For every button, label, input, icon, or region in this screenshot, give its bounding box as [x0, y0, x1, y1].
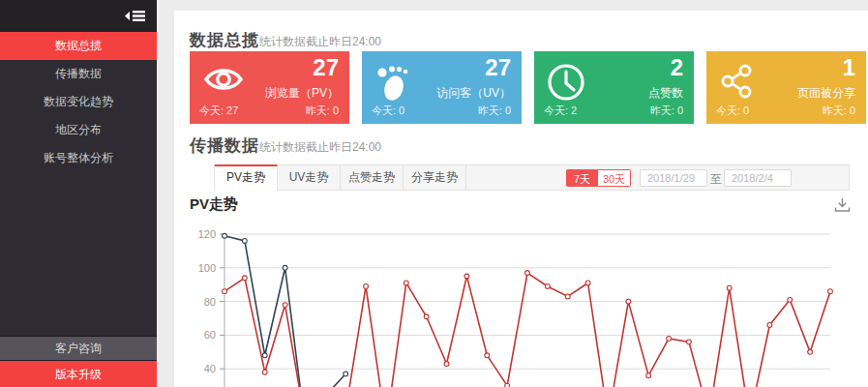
uv-today: 今天: 0: [372, 104, 404, 118]
uv-value: 27: [485, 54, 511, 81]
spread-title: 传播数据: [190, 134, 259, 157]
sidebar-item-region-distribution[interactable]: 地区分布: [0, 116, 157, 144]
spread-subtitle: 统计数据截止昨日24:00: [259, 139, 381, 156]
range-7d-button[interactable]: 7天: [566, 169, 598, 187]
date-to-input[interactable]: [724, 169, 792, 187]
svg-text:80: 80: [204, 296, 216, 308]
sidebar-header: [0, 0, 157, 32]
uv-yesterday: 昨天: 0: [478, 104, 511, 118]
sidebar-item-data-overview[interactable]: 数据总揽: [0, 32, 157, 60]
stat-card-likes: 2 点赞数 今天: 2 昨天: 0: [534, 51, 694, 124]
shares-value: 1: [843, 54, 855, 81]
overview-section-title: 数据总揽 统计数据截止昨日24:00: [190, 29, 381, 51]
likes-value: 2: [671, 54, 683, 81]
likes-today: 今天: 2: [544, 104, 577, 118]
stat-card-uv: 27 访问客（UV） 今天: 0 昨天: 0: [362, 51, 522, 124]
pv-value: 27: [313, 54, 339, 81]
download-icon[interactable]: [834, 197, 851, 213]
eye-icon: [201, 62, 246, 101]
sidebar-item-account-analysis[interactable]: 账号整体分析: [0, 144, 157, 172]
app-window: 数据总揽 传播数据 数据变化趋势 地区分布 账号整体分析 客户咨询 版本升级 数…: [0, 0, 868, 387]
sidebar-item-spread-data[interactable]: 传播数据: [0, 60, 157, 88]
overview-subtitle: 统计数据截止昨日24:00: [259, 34, 381, 50]
range-30d-button[interactable]: 30天: [598, 169, 631, 187]
pv-yesterday: 昨天: 0: [306, 104, 339, 118]
tab-uv-trend[interactable]: UV走势: [278, 165, 341, 190]
svg-text:120: 120: [198, 228, 216, 240]
footprints-icon: [374, 62, 416, 108]
stat-card-pv: 27 浏览量（PV） 今天: 27 昨天: 0: [190, 51, 349, 124]
svg-text:100: 100: [198, 262, 216, 274]
date-from-input[interactable]: [640, 169, 707, 187]
date-range-separator: 至: [710, 171, 722, 188]
stat-card-shares: 1 页面被分享 今天: 0 昨天: 0: [706, 51, 866, 124]
chart-toolbar: PV走势 UV走势 点赞走势 分享走势 7天 30天 至: [214, 164, 850, 191]
pv-trend-line-chart[interactable]: 406080100120: [0, 221, 868, 387]
range-button-group: 7天 30天: [566, 169, 631, 187]
clock-icon: [546, 62, 586, 106]
likes-label: 点赞数: [648, 85, 683, 102]
shares-label: 页面被分享: [797, 85, 855, 102]
chart-title: PV走势: [190, 195, 238, 214]
likes-yesterday: 昨天: 0: [650, 104, 683, 118]
share-icon: [718, 62, 757, 104]
pv-label: 浏览量（PV）: [265, 85, 339, 102]
svg-text:60: 60: [204, 329, 216, 341]
tab-share-trend[interactable]: 分享走势: [404, 165, 466, 190]
sidebar-menu: 数据总揽 传播数据 数据变化趋势 地区分布 账号整体分析: [0, 32, 157, 172]
stat-cards: 27 浏览量（PV） 今天: 27 昨天: 0 27 访问客（UV）: [190, 51, 866, 124]
pv-today: 今天: 27: [199, 104, 238, 118]
collapse-sidebar-icon[interactable]: [125, 8, 146, 24]
tab-pv-trend[interactable]: PV走势: [215, 164, 278, 191]
shares-today: 今天: 0: [716, 104, 749, 118]
shares-yesterday: 昨天: 0: [823, 104, 855, 118]
uv-label: 访问客（UV）: [436, 85, 511, 102]
sidebar-item-data-trend[interactable]: 数据变化趋势: [0, 88, 157, 116]
svg-text:40: 40: [204, 363, 216, 374]
spread-section-title: 传播数据 统计数据截止昨日24:00: [190, 134, 381, 157]
tab-likes-trend[interactable]: 点赞走势: [341, 165, 404, 190]
overview-title: 数据总揽: [190, 29, 259, 51]
